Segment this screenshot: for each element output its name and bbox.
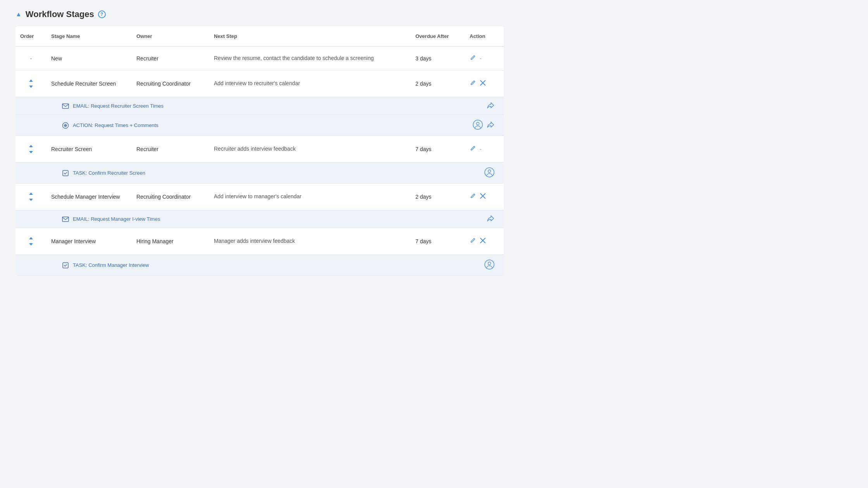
sub-row-label: EMAIL: Request Manager I-view Times <box>46 216 450 222</box>
stage-row: Manager InterviewHiring ManagerManager a… <box>16 228 504 276</box>
col-next-step: Next Step <box>209 30 411 42</box>
delete-icon[interactable] <box>480 80 486 88</box>
stage-row: Recruiter ScreenRecruiterRecruiter adds … <box>16 136 504 184</box>
action-dash: - <box>480 146 482 152</box>
col-owner: Owner <box>132 30 209 42</box>
sub-row: TASK: Confirm Manager Interview <box>16 254 504 275</box>
assign-avatar-icon[interactable] <box>473 120 483 131</box>
sub-row-text: TASK: Confirm Recruiter Screen <box>73 170 145 176</box>
stage-name-cell: Recruiter Screen <box>46 144 132 154</box>
order-cell[interactable] <box>16 234 46 248</box>
svg-point-7 <box>488 170 491 173</box>
email-icon <box>62 103 69 109</box>
col-order: Order <box>16 30 46 42</box>
edit-icon[interactable] <box>470 80 476 88</box>
task-icon <box>62 170 69 177</box>
stage-row: Schedule Manager InterviewRecruiting Coo… <box>16 184 504 228</box>
stage-main-row: Schedule Recruiter ScreenRecruiting Coor… <box>16 70 504 97</box>
edit-icon[interactable] <box>470 145 476 153</box>
svg-rect-5 <box>63 170 68 176</box>
stage-name-cell: Schedule Manager Interview <box>46 192 132 201</box>
delete-icon[interactable] <box>480 237 486 246</box>
stage-overdue-cell: 7 days <box>411 237 465 246</box>
stage-owner-cell: Recruiting Coordinator <box>132 192 209 201</box>
share-icon[interactable] <box>487 102 494 110</box>
stage-name-cell: Schedule Recruiter Screen <box>46 79 132 88</box>
sub-row: EMAIL: Request Manager I-view Times <box>16 210 504 228</box>
stage-next-step-cell: Recruiter adds interview feedback <box>209 144 411 155</box>
stage-name-cell: Manager Interview <box>46 237 132 246</box>
sub-row-text: ACTION: Request Times + Comments <box>73 122 158 128</box>
section-title: Workflow Stages <box>26 9 94 19</box>
sub-row-label: TASK: Confirm Manager Interview <box>46 262 450 269</box>
stage-main-row: Schedule Manager InterviewRecruiting Coo… <box>16 184 504 210</box>
stage-next-step-cell: Add interview to manager's calendar <box>209 191 411 202</box>
stage-action-cell: - <box>465 53 504 64</box>
order-cell[interactable] <box>16 77 46 91</box>
stage-action-cell <box>465 78 504 89</box>
stage-name-cell: New <box>46 54 132 63</box>
sub-row-text: EMAIL: Request Manager I-view Times <box>73 216 160 222</box>
sub-row-actions <box>450 167 504 179</box>
collapse-icon[interactable]: ▲ <box>16 11 22 18</box>
stage-row: Schedule Recruiter ScreenRecruiting Coor… <box>16 70 504 136</box>
sub-row-actions <box>450 120 504 131</box>
col-action: Action <box>465 30 504 42</box>
svg-rect-9 <box>63 263 68 268</box>
action-icon <box>62 122 69 129</box>
stage-main-row: Manager InterviewHiring ManagerManager a… <box>16 228 504 254</box>
task-icon <box>62 262 69 269</box>
sub-row-label: ACTION: Request Times + Comments <box>46 122 450 129</box>
svg-rect-8 <box>62 217 69 222</box>
stages-container: -NewRecruiterReview the resume, contact … <box>16 47 504 276</box>
svg-point-4 <box>477 122 479 125</box>
order-cell[interactable] <box>16 190 46 204</box>
delete-icon[interactable] <box>480 193 486 201</box>
col-overdue-after: Overdue After <box>411 30 465 42</box>
edit-icon[interactable] <box>470 55 476 62</box>
stage-next-step-cell: Add interview to recruiter's calendar <box>209 78 411 89</box>
stage-overdue-cell: 7 days <box>411 144 465 154</box>
sub-row: ACTION: Request Times + Comments <box>16 115 504 136</box>
stage-overdue-cell: 3 days <box>411 54 465 63</box>
stage-next-step-cell: Review the resume, contact the candidate… <box>209 53 411 64</box>
help-icon[interactable]: ? <box>98 10 106 18</box>
sub-row-text: TASK: Confirm Manager Interview <box>73 262 149 268</box>
stage-action-cell: - <box>465 144 504 155</box>
stage-main-row: Recruiter ScreenRecruiterRecruiter adds … <box>16 136 504 162</box>
stage-next-step-cell: Manager adds interview feedback <box>209 236 411 247</box>
stage-row: -NewRecruiterReview the resume, contact … <box>16 47 504 70</box>
share-icon[interactable] <box>487 121 494 129</box>
order-cell: - <box>16 53 46 64</box>
stage-main-row: -NewRecruiterReview the resume, contact … <box>16 47 504 70</box>
assign-avatar-icon[interactable] <box>484 167 494 179</box>
svg-point-11 <box>488 262 491 265</box>
stage-owner-cell: Hiring Manager <box>132 237 209 246</box>
assign-avatar-icon[interactable] <box>484 259 494 271</box>
sub-row-actions <box>450 259 504 271</box>
share-icon[interactable] <box>487 215 494 223</box>
email-icon <box>62 217 69 222</box>
sub-row: EMAIL: Request Recruiter Screen Times <box>16 97 504 115</box>
stage-overdue-cell: 2 days <box>411 192 465 201</box>
stage-owner-cell: Recruiting Coordinator <box>132 79 209 88</box>
sub-row-label: TASK: Confirm Recruiter Screen <box>46 170 450 177</box>
sub-row-actions <box>450 102 504 110</box>
stage-overdue-cell: 2 days <box>411 79 465 88</box>
svg-rect-0 <box>62 104 69 108</box>
action-dash: - <box>480 55 482 62</box>
order-cell[interactable] <box>16 142 46 156</box>
col-stage-name: Stage Name <box>46 30 132 42</box>
stage-owner-cell: Recruiter <box>132 144 209 154</box>
stage-action-cell <box>465 236 504 247</box>
sub-row: TASK: Confirm Recruiter Screen <box>16 162 504 183</box>
stage-owner-cell: Recruiter <box>132 54 209 63</box>
edit-icon[interactable] <box>470 193 476 201</box>
sub-row-label: EMAIL: Request Recruiter Screen Times <box>46 103 450 109</box>
table-header: Order Stage Name Owner Next Step Overdue… <box>16 26 504 47</box>
sub-row-text: EMAIL: Request Recruiter Screen Times <box>73 103 164 109</box>
workflow-table: Order Stage Name Owner Next Step Overdue… <box>16 26 504 276</box>
sub-row-actions <box>450 215 504 223</box>
stage-action-cell <box>465 191 504 203</box>
edit-icon[interactable] <box>470 237 476 245</box>
